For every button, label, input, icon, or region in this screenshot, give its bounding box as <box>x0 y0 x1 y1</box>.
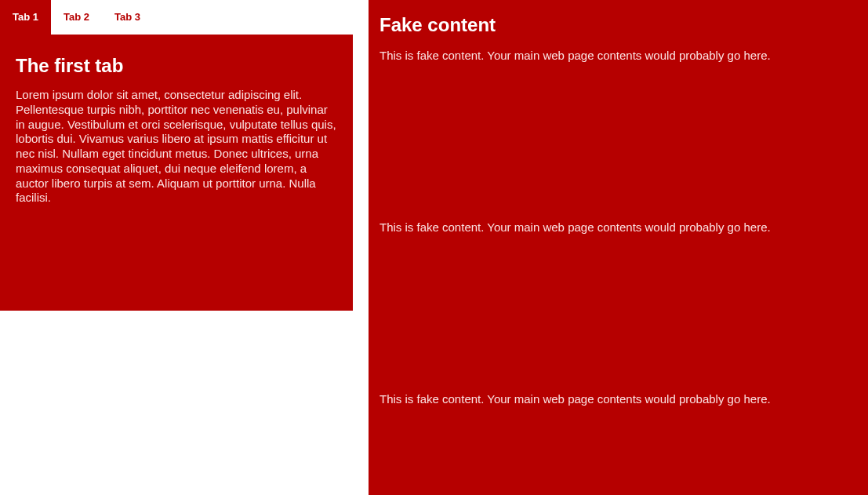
fake-content-paragraph: This is fake content. Your main web page… <box>380 220 857 234</box>
tab-1[interactable]: Tab 1 <box>0 0 51 35</box>
fake-content-paragraph: This is fake content. Your main web page… <box>380 392 857 406</box>
panel-body: Lorem ipsum dolor sit amet, consectetur … <box>16 88 337 206</box>
tab-3[interactable]: Tab 3 <box>102 0 153 35</box>
tab-list: Tab 1 Tab 2 Tab 3 <box>0 0 353 35</box>
tabs-widget: Tab 1 Tab 2 Tab 3 The first tab Lorem ip… <box>0 0 353 311</box>
panel-title: The first tab <box>16 55 337 77</box>
fake-content-paragraph: This is fake content. Your main web page… <box>380 49 857 62</box>
tab-2[interactable]: Tab 2 <box>51 0 102 35</box>
fake-content-region: Fake content This is fake content. Your … <box>369 0 868 495</box>
tab-panel: The first tab Lorem ipsum dolor sit amet… <box>0 35 353 221</box>
fake-content-title: Fake content <box>380 14 857 36</box>
